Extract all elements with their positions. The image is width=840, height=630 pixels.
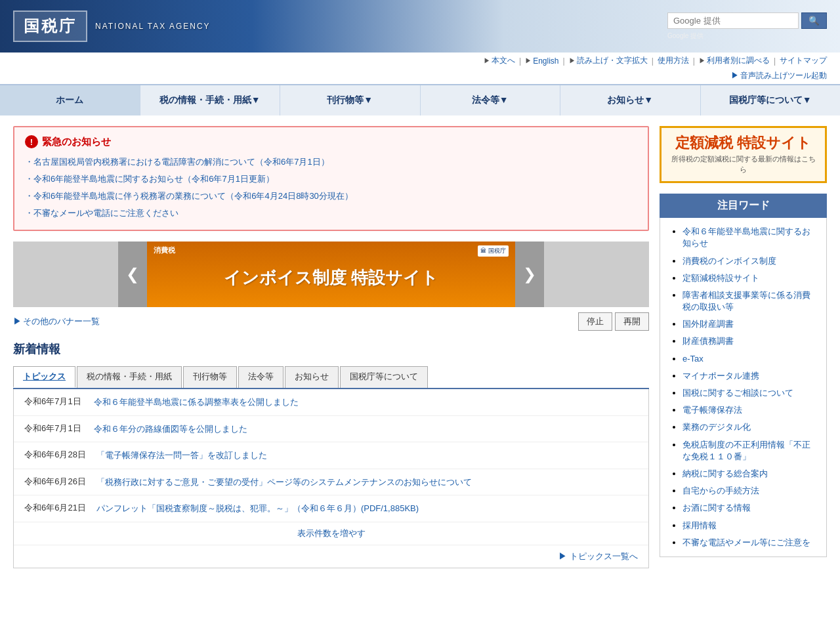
news-title[interactable]: 令和６年能登半島地震に係る調整率表を公開しました bbox=[94, 396, 299, 409]
topics-more-link[interactable]: ▶ トピックス一覧へ bbox=[558, 551, 638, 562]
nav-link-riyosha[interactable]: ▶ 利用者別に調べる bbox=[699, 55, 770, 66]
nav-link-english-label: English bbox=[533, 56, 558, 66]
content-wrapper: ! 緊急のお知らせ ・名古屋国税局管内税務署における電話障害の解消について（令和… bbox=[0, 116, 840, 579]
tab-tax-info[interactable]: 税の情報・手続・用紙 bbox=[77, 366, 182, 388]
attention-link[interactable]: 電子帳簿保存法 bbox=[682, 405, 742, 415]
emergency-link-3[interactable]: ・令和6年能登半島地震に伴う税務署の業務について（令和6年4月24日8時30分現… bbox=[25, 188, 637, 205]
attention-section-header: 注目ワード bbox=[660, 194, 827, 218]
nav-links: ▶ 本文へ | ▶ English | ▶ 読み上げ・文字拡大 | 使用方法 |… bbox=[0, 52, 840, 69]
list-item: 不審な電話やメール等にご注意を bbox=[682, 534, 816, 551]
nav-item-publications-label: 刊行物等▼ bbox=[327, 94, 373, 105]
show-more: 表示件数を増やす bbox=[14, 522, 648, 545]
banner-content: 消費税 🏛 国税庁 インボイス制度 特設サイト bbox=[147, 242, 515, 307]
emergency-icon: ! bbox=[25, 135, 38, 148]
search-input[interactable] bbox=[667, 12, 799, 29]
emergency-links: ・名古屋国税局管内税務署における電話障害の解消について（令和6年7月1日） ・令… bbox=[25, 154, 637, 222]
tab-about[interactable]: 国税庁等について bbox=[340, 366, 428, 388]
news-title[interactable]: パンフレット「国税査察制度～脱税は、犯罪。～」（令和６年６月）(PDF/1,88… bbox=[96, 502, 419, 515]
search-row: 🔍 bbox=[667, 12, 827, 29]
news-row: 令和6年6月26日 「税務行政に対するご意見・ご要望の受付」ページ等のシステムメ… bbox=[14, 469, 648, 496]
logo-kanji[interactable]: 国税庁 bbox=[13, 10, 87, 42]
attention-link[interactable]: 納税に関する総合案内 bbox=[682, 469, 768, 478]
attention-link[interactable]: 国税に関するご相談について bbox=[682, 388, 793, 398]
news-row: 令和6年7月1日 令和６年能登半島地震に係る調整率表を公開しました bbox=[14, 389, 648, 416]
search-button[interactable]: 🔍 bbox=[801, 12, 827, 29]
news-date: 令和6年7月1日 bbox=[24, 423, 83, 434]
attention-link[interactable]: マイナポータル連携 bbox=[682, 371, 759, 381]
banner-stop-button[interactable]: 停止 bbox=[578, 312, 612, 331]
list-item: 免税店制度の不正利用情報「不正な免税１１０番」 bbox=[682, 436, 816, 465]
attention-link[interactable]: 自宅からの手続方法 bbox=[682, 486, 759, 495]
emergency-link-2[interactable]: ・令和6年能登半島地震に関するお知らせ（令和6年7月1日更新） bbox=[25, 171, 637, 188]
list-item: 財産債務調書 bbox=[682, 333, 816, 350]
emergency-link-1[interactable]: ・名古屋国税局管内税務署における電話障害の解消について（令和6年7月1日） bbox=[25, 154, 637, 171]
banner-main-text: インボイス制度 特設サイト bbox=[224, 266, 438, 289]
audio-label: 音声読み上げツール起動 bbox=[740, 70, 827, 81]
attention-link[interactable]: 免税店制度の不正利用情報「不正な免税１１０番」 bbox=[682, 440, 810, 461]
nav-item-notices-label: お知らせ▼ bbox=[607, 94, 653, 105]
nav-item-laws[interactable]: 法令等▼ bbox=[421, 85, 561, 116]
nav-link-english[interactable]: ▶ English bbox=[525, 56, 558, 66]
news-title[interactable]: 令和６年分の路線価図等を公開しました bbox=[94, 423, 247, 436]
attention-link[interactable]: 令和６年能登半島地震に関するお知らせ bbox=[682, 226, 810, 248]
attention-title: 注目ワード bbox=[717, 200, 770, 211]
list-item: 自宅からの手続方法 bbox=[682, 482, 816, 499]
tokubetsu-banner[interactable]: 定額減税 特設サイト 所得税の定額減税に関する最新の情報はこちら bbox=[660, 126, 827, 183]
news-table: 令和6年7月1日 令和６年能登半島地震に係る調整率表を公開しました 令和6年7月… bbox=[13, 389, 649, 568]
arrow-icon: ▶ bbox=[569, 56, 576, 66]
nav-link-yomage[interactable]: ▶ 読み上げ・文字拡大 bbox=[569, 55, 648, 66]
nav-link-honbun[interactable]: ▶ 本文へ bbox=[484, 55, 515, 66]
attention-link[interactable]: 障害者相談支援事業等に係る消費税の取扱い等 bbox=[682, 290, 810, 312]
nav-link-sitemap[interactable]: サイトマップ bbox=[780, 55, 827, 66]
tab-notices[interactable]: お知らせ bbox=[285, 366, 339, 388]
emergency-link-4[interactable]: ・不審なメールや電話にご注意ください bbox=[25, 205, 637, 222]
news-section-title: 新着情報 bbox=[13, 341, 649, 360]
arrow-icon: ▶ bbox=[525, 56, 532, 66]
attention-link[interactable]: 定額減税特設サイト bbox=[682, 273, 759, 283]
nav-link-honbun-label: 本文へ bbox=[492, 55, 515, 66]
attention-link[interactable]: 財産債務調書 bbox=[682, 336, 734, 346]
attention-link[interactable]: 採用情報 bbox=[682, 520, 717, 530]
banner-other-link[interactable]: ▶ その他のバナー一覧 bbox=[13, 316, 100, 327]
banner-left-panel bbox=[13, 242, 118, 307]
nav-item-publications[interactable]: 刊行物等▼ bbox=[280, 85, 421, 116]
attention-link[interactable]: 不審な電話やメール等にご注意を bbox=[682, 537, 810, 547]
banner-center[interactable]: 消費税 🏛 国税庁 インボイス制度 特設サイト bbox=[147, 242, 515, 307]
news-title[interactable]: 「電子帳簿保存法一問一答」を改訂しました bbox=[96, 449, 267, 462]
banner-other-label: その他のバナー一覧 bbox=[23, 316, 100, 327]
attention-link[interactable]: 業務のデジタル化 bbox=[682, 422, 751, 432]
audio-link[interactable]: ▶ 音声読み上げツール起動 bbox=[731, 70, 827, 81]
list-item: e-Tax bbox=[682, 350, 816, 368]
tab-publications[interactable]: 刊行物等 bbox=[183, 366, 237, 388]
list-item: 業務のデジタル化 bbox=[682, 419, 816, 436]
attention-link[interactable]: e-Tax bbox=[682, 354, 704, 364]
carousel-prev-button[interactable]: ❮ bbox=[118, 242, 147, 307]
nav-item-home[interactable]: ホーム bbox=[0, 85, 140, 116]
emergency-box: ! 緊急のお知らせ ・名古屋国税局管内税務署における電話障害の解消について（令和… bbox=[13, 126, 649, 231]
carousel-next-button[interactable]: ❯ bbox=[515, 242, 544, 307]
nav-item-about[interactable]: 国税庁等について▼ bbox=[701, 85, 841, 116]
tab-laws[interactable]: 法令等 bbox=[238, 366, 284, 388]
news-title[interactable]: 「税務行政に対するご意見・ご要望の受付」ページ等のシステムメンテナンスのお知らせ… bbox=[96, 476, 472, 489]
header: 国税庁 NATIONAL TAX AGENCY 🔍 Google 提供 bbox=[0, 0, 840, 52]
attention-link[interactable]: 消費税のインボイス制度 bbox=[682, 256, 776, 266]
list-item: 国税に関するご相談について bbox=[682, 385, 816, 402]
topics-more: ▶ トピックス一覧へ bbox=[14, 545, 648, 568]
banner-resume-button[interactable]: 再開 bbox=[615, 312, 649, 331]
attention-link[interactable]: お酒に関する情報 bbox=[682, 503, 751, 513]
nav-item-home-label: ホーム bbox=[56, 94, 83, 105]
nav-item-notices[interactable]: お知らせ▼ bbox=[560, 85, 701, 116]
nav-item-about-label: 国税庁等について▼ bbox=[729, 94, 812, 105]
news-date: 令和6年6月28日 bbox=[24, 449, 86, 461]
arrow-icon: ▶ bbox=[731, 70, 739, 81]
tab-topics[interactable]: トピックス bbox=[13, 366, 75, 388]
logo-en: NATIONAL TAX AGENCY bbox=[95, 22, 211, 31]
banner-right-panel bbox=[544, 242, 649, 307]
banner-buttons: 停止 再開 bbox=[578, 312, 649, 331]
nav-item-tax-info[interactable]: 税の情報・手続・用紙▼ bbox=[140, 85, 281, 116]
attention-link[interactable]: 国外財産調書 bbox=[682, 319, 734, 329]
search-area: 🔍 Google 提供 bbox=[667, 12, 827, 41]
show-more-link[interactable]: 表示件数を増やす bbox=[297, 528, 366, 538]
nav-link-shiyo[interactable]: 使用方法 bbox=[658, 55, 689, 66]
news-row: 令和6年7月1日 令和６年分の路線価図等を公開しました bbox=[14, 416, 648, 443]
